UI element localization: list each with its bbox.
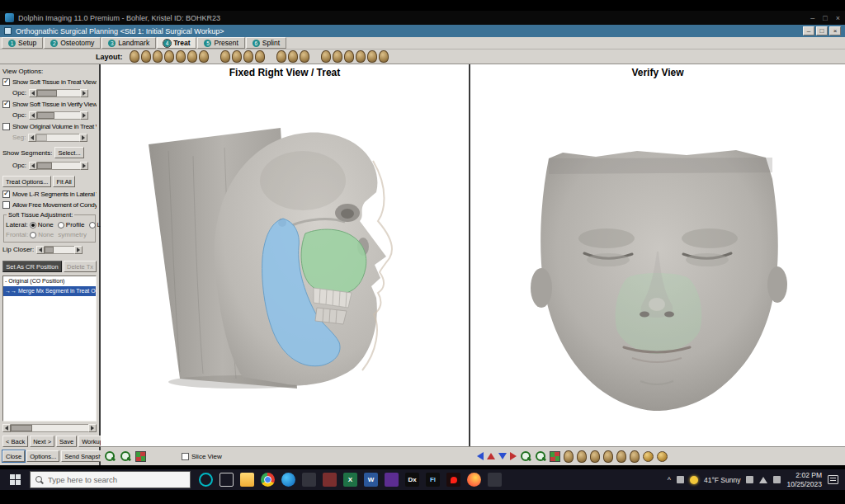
show-soft-tissue-treat-checkbox[interactable]: Show Soft Tissue in Treat Views:: [2, 78, 97, 87]
skull-layout-icon[interactable]: [232, 50, 242, 63]
opacity-slider[interactable]: [29, 89, 88, 97]
free-condyle-movement-checkbox[interactable]: Allow Free Movement of Condyles: [2, 200, 97, 210]
skull-layout-icon[interactable]: [164, 50, 174, 63]
checkbox-icon[interactable]: [2, 101, 10, 108]
chrome-icon[interactable]: [261, 473, 275, 487]
cortana-icon[interactable]: [199, 473, 213, 487]
skull-layout-icon[interactable]: [255, 50, 265, 63]
treatment-position-list[interactable]: - Original (CO Position) →→ Merge Mx Seg…: [2, 276, 97, 422]
round-view-icon[interactable]: [643, 451, 654, 462]
save-button[interactable]: Save: [56, 436, 77, 447]
slider-right-arrow[interactable]: [80, 111, 88, 120]
edge-icon[interactable]: [281, 473, 295, 487]
skull-layout-icon[interactable]: [187, 50, 197, 63]
slider-right-arrow[interactable]: [80, 162, 88, 170]
start-button[interactable]: [0, 469, 30, 490]
slice-view-checkbox[interactable]: Slice View: [182, 453, 222, 460]
maximize-icon[interactable]: [823, 14, 827, 22]
skull-layout-icon[interactable]: [333, 50, 342, 63]
lip-closer-slider[interactable]: [36, 246, 83, 254]
layout-grid-icon[interactable]: [550, 451, 560, 462]
taskbar-search[interactable]: [30, 471, 191, 488]
show-original-volume-checkbox[interactable]: Show Original Volume in Treat Views:: [2, 122, 97, 131]
slider-left-arrow[interactable]: [29, 89, 37, 97]
task-view-icon[interactable]: [220, 473, 234, 487]
skull-layout-icon[interactable]: [176, 50, 186, 63]
skull-view-icon[interactable]: [590, 450, 600, 463]
tab-setup[interactable]: 1Setup: [2, 37, 43, 49]
action-center-icon[interactable]: [828, 475, 838, 484]
skull-layout-icon[interactable]: [130, 50, 139, 63]
next-button[interactable]: Next >: [30, 436, 54, 447]
skull-layout-icon[interactable]: [300, 50, 309, 63]
zoom-out-icon[interactable]: [535, 450, 546, 462]
network-icon[interactable]: [759, 477, 767, 483]
skull-layout-icon[interactable]: [379, 50, 389, 63]
slider-left-arrow[interactable]: [29, 162, 37, 170]
volume-icon[interactable]: [773, 476, 781, 483]
fit-all-button[interactable]: Fit All: [53, 176, 74, 187]
hidden-icons-chevron[interactable]: [668, 476, 671, 484]
skull-layout-icon[interactable]: [243, 50, 253, 63]
skull-layout-icon[interactable]: [321, 50, 331, 63]
zoom-in-icon[interactable]: [520, 450, 531, 462]
file-explorer-icon[interactable]: [240, 473, 254, 487]
radio-lateral-none[interactable]: [30, 222, 36, 228]
slider-right-arrow[interactable]: [74, 246, 83, 254]
skull-view-icon[interactable]: [630, 450, 640, 463]
app-titlebar[interactable]: Dolphin Imaging 11.0 Premium - Bohler, K…: [0, 11, 845, 25]
delete-tx-button[interactable]: Delete Tx: [64, 261, 97, 272]
skull-layout-icon[interactable]: [141, 50, 151, 63]
skull-view-icon[interactable]: [577, 450, 587, 463]
skull-view-icon[interactable]: [616, 450, 626, 463]
tab-osteotomy[interactable]: 2Osteotomy: [44, 37, 101, 49]
face-frontal-render[interactable]: [470, 80, 842, 445]
opacity-slider[interactable]: [29, 162, 88, 170]
scroll-right-arrow[interactable]: [88, 424, 97, 432]
scroll-left-arrow[interactable]: [2, 424, 11, 432]
skull-layout-icon[interactable]: [276, 50, 286, 63]
move-right-arrow-icon[interactable]: [510, 452, 517, 460]
app-icon[interactable]: [302, 473, 316, 487]
move-lr-segments-checkbox[interactable]: Move L-R Segments in Lateral Views: [2, 190, 97, 199]
tab-present[interactable]: 5Present: [197, 37, 244, 49]
firefox-icon[interactable]: [467, 473, 481, 487]
slider-left-arrow[interactable]: [36, 246, 45, 254]
app-icon[interactable]: [488, 473, 502, 487]
search-input[interactable]: [48, 475, 172, 484]
maximize-icon[interactable]: [816, 26, 828, 35]
checkbox-icon[interactable]: [182, 453, 189, 460]
round-view-icon[interactable]: [657, 451, 668, 462]
skull-layout-icon[interactable]: [356, 50, 366, 63]
list-item[interactable]: - Original (CO Position): [3, 276, 96, 286]
teams-icon[interactable]: [385, 473, 399, 487]
close-icon[interactable]: [829, 26, 841, 35]
skull-layout-icon[interactable]: [199, 50, 209, 63]
layout-grid-icon[interactable]: [135, 451, 146, 462]
skull-view-icon[interactable]: [603, 450, 613, 463]
fixed-right-treat-view[interactable]: Fixed Right View / Treat: [101, 64, 470, 446]
close-icon[interactable]: [836, 14, 840, 22]
zoom-in-icon[interactable]: [104, 450, 116, 462]
list-item-selected[interactable]: →→ Merge Mx Segment in Treat Occl. Ho: [3, 286, 96, 296]
move-down-arrow-icon[interactable]: [498, 453, 507, 459]
options-button[interactable]: Options...: [26, 450, 59, 462]
checkbox-icon[interactable]: [2, 191, 10, 198]
opacity-slider[interactable]: [29, 111, 88, 120]
skull-layout-icon[interactable]: [220, 50, 230, 63]
skull-layout-icon[interactable]: [367, 50, 377, 63]
zoom-out-icon[interactable]: [120, 450, 131, 462]
minimize-icon[interactable]: [803, 26, 814, 35]
minimize-icon[interactable]: [810, 14, 814, 22]
tab-splint[interactable]: 6Splint: [246, 37, 286, 49]
skull-lateral-render[interactable]: [101, 80, 469, 445]
excel-icon[interactable]: X: [343, 473, 357, 487]
checkbox-icon[interactable]: [2, 123, 10, 130]
tab-treat[interactable]: 4Treat: [157, 37, 196, 49]
slider-left-arrow[interactable]: [29, 111, 37, 120]
davinci-icon[interactable]: Dx: [405, 473, 419, 487]
verify-view[interactable]: Verify View: [470, 64, 845, 446]
skull-layout-icon[interactable]: [153, 50, 163, 63]
skull-view-icon[interactable]: [564, 450, 574, 463]
tray-icon[interactable]: [746, 476, 753, 483]
